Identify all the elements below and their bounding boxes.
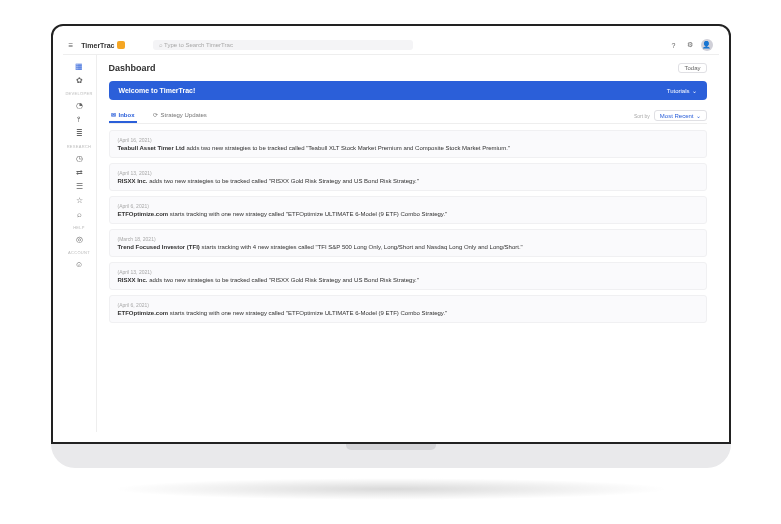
chart-icon[interactable]: ⫯: [74, 114, 84, 124]
topbar-actions: ? ⚙ 👤: [669, 39, 713, 51]
sidebar-section-research: RESEARCH: [67, 144, 92, 149]
screen-bezel: ≡ TimerTrac ⌕ Type to Search TimerTrac ?…: [51, 24, 731, 444]
card-date: (April 6, 2021): [118, 203, 698, 209]
card-text: RISXX Inc. adds two new strategies to be…: [118, 178, 698, 184]
brand-logo-icon: [117, 41, 125, 49]
feed-card[interactable]: (April 13, 2021) RISXX Inc. adds two new…: [109, 163, 707, 191]
sort-label: Sort by: [634, 113, 650, 119]
chevron-down-icon: ⌄: [696, 112, 701, 119]
sort-dropdown[interactable]: Most Recent ⌄: [654, 110, 707, 121]
search-placeholder: Type to Search TimerTrac: [164, 42, 233, 48]
chevron-down-icon: ⌄: [692, 87, 697, 94]
sort-value: Most Recent: [660, 113, 694, 119]
brand[interactable]: TimerTrac: [81, 41, 124, 49]
laptop-base: [51, 444, 731, 468]
brand-name: TimerTrac: [81, 42, 114, 49]
card-text: Teabull Asset Timer Ltd adds two new str…: [118, 145, 698, 151]
search-icon: ⌕: [159, 42, 163, 48]
body: ▦ ✿ DEVELOPER ◔ ⫯ ≣ RESEARCH ◷ ⇄ ☰ ☆ ⌕ H…: [63, 55, 719, 432]
tabs-row: ✉ Inbox ⟳ Strategy Updates Sort by M: [109, 108, 707, 124]
welcome-banner: Welcome to TimerTrac! Tutorials ⌄: [109, 81, 707, 100]
card-date: (April 6, 2021): [118, 302, 698, 308]
feed-card[interactable]: (April 6, 2021) ETFOptimize.com starts t…: [109, 295, 707, 323]
laptop-notch: [346, 444, 436, 450]
settings-gear-icon[interactable]: ⚙: [685, 40, 695, 50]
card-date: (April 13, 2021): [118, 269, 698, 275]
settings-icon[interactable]: ✿: [74, 75, 84, 85]
sidebar-section-account: ACCOUNT: [68, 250, 90, 255]
card-text: ETFOptimize.com starts tracking with one…: [118, 211, 698, 217]
page-title: Dashboard: [109, 63, 156, 73]
card-date: (March 18, 2021): [118, 236, 698, 242]
card-text: ETFOptimize.com starts tracking with one…: [118, 310, 698, 316]
laptop-frame: ≡ TimerTrac ⌕ Type to Search TimerTrac ?…: [51, 24, 731, 500]
card-date: (April 16, 2021): [118, 137, 698, 143]
feed-card[interactable]: (April 13, 2021) RISXX Inc. adds two new…: [109, 262, 707, 290]
tutorials-link[interactable]: Tutorials ⌄: [667, 87, 697, 94]
today-button[interactable]: Today: [678, 63, 706, 73]
hamburger-icon[interactable]: ≡: [69, 41, 74, 50]
main-header: Dashboard Today: [109, 63, 707, 73]
feed-card[interactable]: (April 6, 2021) ETFOptimize.com starts t…: [109, 196, 707, 224]
sidebar-section-developer: DEVELOPER: [65, 91, 92, 96]
top-bar: ≡ TimerTrac ⌕ Type to Search TimerTrac ?…: [63, 36, 719, 55]
feed-card[interactable]: (March 18, 2021) Trend Focused Investor …: [109, 229, 707, 257]
tab-inbox[interactable]: ✉ Inbox: [109, 108, 137, 123]
sort-area: Sort by Most Recent ⌄: [634, 110, 707, 121]
compare-icon[interactable]: ⇄: [74, 167, 84, 177]
avatar[interactable]: 👤: [701, 39, 713, 51]
refresh-icon: ⟳: [153, 111, 158, 118]
search-input[interactable]: ⌕ Type to Search TimerTrac: [153, 40, 413, 50]
gauge-icon[interactable]: ◔: [74, 100, 84, 110]
card-text: Trend Focused Investor (TFI) starts trac…: [118, 244, 698, 250]
sidebar-section-help: HELP: [73, 225, 85, 230]
bookmark-icon[interactable]: ☰: [74, 181, 84, 191]
lifebuoy-icon[interactable]: ◎: [74, 234, 84, 244]
star-icon[interactable]: ☆: [74, 195, 84, 205]
tutorials-label: Tutorials: [667, 88, 690, 94]
tab-strategy-label: Strategy Updates: [161, 112, 207, 118]
feed-card[interactable]: (April 16, 2021) Teabull Asset Timer Ltd…: [109, 130, 707, 158]
user-icon[interactable]: ☺: [74, 259, 84, 269]
card-date: (April 13, 2021): [118, 170, 698, 176]
tab-inbox-label: Inbox: [119, 112, 135, 118]
list-icon[interactable]: ≣: [74, 128, 84, 138]
dashboard-icon[interactable]: ▦: [74, 61, 84, 71]
laptop-shadow: [111, 478, 671, 500]
clock-icon[interactable]: ◷: [74, 153, 84, 163]
inbox-icon: ✉: [111, 111, 116, 118]
search-nav-icon[interactable]: ⌕: [74, 209, 84, 219]
tabs: ✉ Inbox ⟳ Strategy Updates: [109, 108, 209, 123]
help-icon[interactable]: ?: [669, 40, 679, 50]
tab-strategy-updates[interactable]: ⟳ Strategy Updates: [151, 108, 209, 123]
banner-title: Welcome to TimerTrac!: [119, 87, 196, 94]
app-window: ≡ TimerTrac ⌕ Type to Search TimerTrac ?…: [63, 36, 719, 432]
sidebar: ▦ ✿ DEVELOPER ◔ ⫯ ≣ RESEARCH ◷ ⇄ ☰ ☆ ⌕ H…: [63, 55, 97, 432]
main-content: Dashboard Today Welcome to TimerTrac! Tu…: [97, 55, 719, 432]
card-text: RISXX Inc. adds two new strategies to be…: [118, 277, 698, 283]
